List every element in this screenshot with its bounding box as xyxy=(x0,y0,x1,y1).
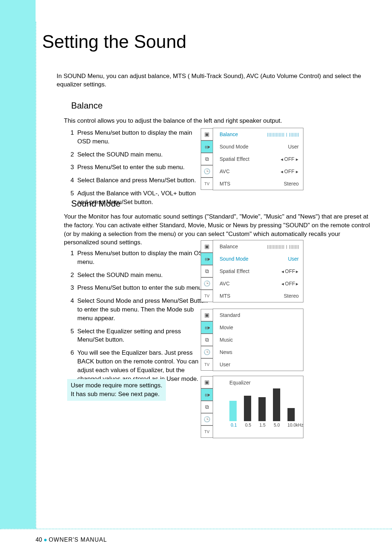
osd-row-spatial: Spatial Effect◄ OFF ► xyxy=(213,153,303,165)
osd-row-soundmode: Sound ModeUser xyxy=(213,140,303,153)
step-number: 1 xyxy=(67,249,77,266)
osd-label: Sound Mode xyxy=(220,256,248,262)
step-text: Press Menu/Set button to enter the sub m… xyxy=(77,284,209,292)
step-number: 2 xyxy=(67,271,77,280)
timer-icon: 🕒 xyxy=(201,277,213,290)
osd-mode-standard: Standard xyxy=(213,309,303,321)
soundmode-steps: 1Press Menu/set button to display the ma… xyxy=(67,249,209,387)
sound-icon: 🕪 xyxy=(201,140,213,153)
picture-icon: ▣ xyxy=(201,128,213,140)
osd-icon-column: ▣ 🕪 ⧉ 🕒 TV xyxy=(201,309,213,371)
equalizer-title: Equalizer xyxy=(229,380,304,386)
osd-row-mts: MTSStereo xyxy=(213,290,303,302)
dotted-divider-vertical xyxy=(36,22,36,529)
osd-label: MTS xyxy=(220,181,230,187)
osd-icon-column: ▣ 🕪 ⧉ 🕒 TV xyxy=(201,376,213,438)
eq-bar xyxy=(229,401,237,421)
osd-row-balance: Balance|||||||||||| | ||||||| xyxy=(213,128,303,140)
step-number: 4 xyxy=(67,297,77,322)
tv-icon: TV xyxy=(201,178,213,190)
step-text: Select Balance and press Menu/Set button… xyxy=(77,176,205,185)
equalizer-box: Equalizer 0.1 0.5 1.5 5.0 10.0kHz xyxy=(229,380,304,437)
osd-label: Music xyxy=(220,337,233,343)
tv-icon: TV xyxy=(201,425,213,438)
eq-bar xyxy=(273,388,280,421)
step-number: 3 xyxy=(67,163,77,172)
osd-value: Stereo xyxy=(284,293,299,299)
osd-label: User xyxy=(220,362,230,367)
osd-label: AVC xyxy=(220,168,230,174)
pip-icon: ⧉ xyxy=(201,334,213,346)
eq-label: 0.5 xyxy=(244,423,253,428)
tv-icon: TV xyxy=(201,358,213,371)
tv-icon: TV xyxy=(201,290,213,302)
side-strip xyxy=(0,0,36,529)
osd-mode-movie: Movie xyxy=(213,321,303,334)
osd-value: User xyxy=(288,256,299,262)
osd-label: Balance xyxy=(220,131,238,137)
osd-menu-soundmode: ▣ 🕪 ⧉ 🕒 TV Balance|||||||||||| | |||||||… xyxy=(213,240,303,302)
osd-value: ◄ OFF► xyxy=(281,268,299,274)
page-number: 40 xyxy=(36,537,42,543)
step-text: Select the SOUND main menu. xyxy=(77,150,205,159)
step-number: 2 xyxy=(67,150,77,159)
osd-label: Balance xyxy=(220,244,238,249)
picture-icon: ▣ xyxy=(201,240,213,253)
osd-mode-user: User xyxy=(213,358,303,371)
balance-subtext: This control allows you to adjust the ba… xyxy=(64,117,340,125)
equalizer-bars xyxy=(229,388,304,421)
timer-icon: 🕒 xyxy=(201,165,213,178)
osd-label: AVC xyxy=(220,281,230,286)
eq-bar xyxy=(244,396,251,421)
balance-ticks: |||||||||||| | ||||||| xyxy=(267,133,299,137)
osd-icon-column: ▣ 🕪 ⧉ 🕒 TV xyxy=(201,128,213,190)
osd-value: ◄ OFF► xyxy=(281,281,299,286)
step-text: Press Menu/set button to display the mai… xyxy=(77,129,205,146)
osd-mode-music: Music xyxy=(213,334,303,346)
dotted-divider-horizontal xyxy=(0,529,392,529)
timer-icon: 🕒 xyxy=(201,413,213,425)
osd-menu-modes: ▣ 🕪 ⧉ 🕒 TV Standard Movie Music News Use… xyxy=(213,309,303,371)
eq-bar xyxy=(258,397,266,421)
step-text: Select Sound Mode and press Menu/Set But… xyxy=(77,297,209,322)
eq-label: 0.1 xyxy=(229,423,238,428)
osd-label: MTS xyxy=(220,293,230,299)
page-title: Setting the Sound xyxy=(42,31,187,52)
footer-label: OWNER'S MANUAL xyxy=(49,537,107,543)
step-number: 1 xyxy=(67,129,77,146)
osd-label: Spatial Effect xyxy=(220,156,249,162)
balance-ticks: |||||||||||| | ||||||| xyxy=(267,245,299,249)
bullet-icon: ● xyxy=(44,537,49,543)
osd-label: Movie xyxy=(220,325,233,330)
step-number: 3 xyxy=(67,284,77,292)
footer: 40 ● OWNER'S MANUAL xyxy=(36,537,107,543)
eq-label: 10.0kHz xyxy=(287,423,304,428)
osd-value: ◄ OFF ► xyxy=(280,156,299,162)
step-text: You will see the Equalizer bars. Just pr… xyxy=(77,349,209,383)
soundmode-heading: Sound Mode xyxy=(71,199,121,209)
note-line: It has sub menu: See next page. xyxy=(71,390,162,399)
step-text: Select the Equalizer setting and press M… xyxy=(77,327,209,345)
osd-label: News xyxy=(220,349,232,355)
pip-icon: ⧉ xyxy=(201,265,213,277)
osd-label: Spatial Effect xyxy=(220,268,249,274)
note-line: User mode require more settings. xyxy=(71,381,162,390)
eq-label: 5.0 xyxy=(273,423,281,428)
osd-row-spatial: Spatial Effect◄ OFF► xyxy=(213,265,303,277)
equalizer-axis: 0.1 0.5 1.5 5.0 10.0kHz xyxy=(229,423,304,428)
osd-row-soundmode: Sound ModeUser xyxy=(213,253,303,265)
step-text: Select the SOUND main menu. xyxy=(77,271,209,280)
osd-label: Standard xyxy=(220,312,240,318)
osd-menu-balance: ▣ 🕪 ⧉ 🕒 TV Balance|||||||||||| | |||||||… xyxy=(213,128,303,190)
osd-mode-news: News xyxy=(213,346,303,358)
step-number: 6 xyxy=(67,349,77,383)
osd-row-avc: AVC◄ OFF► xyxy=(213,277,303,290)
step-text: Press Menu/Set to enter the sub menu. xyxy=(77,163,205,172)
intro-text: In SOUND Menu, you can adjust balance, M… xyxy=(57,72,372,89)
osd-value: ◄ OFF ► xyxy=(280,168,299,174)
pip-icon: ⧉ xyxy=(201,401,213,413)
osd-row-mts: MTSStereo xyxy=(213,178,303,190)
pip-icon: ⧉ xyxy=(201,153,213,165)
osd-label: Sound Mode xyxy=(220,144,248,150)
sound-icon: 🕪 xyxy=(201,321,213,334)
